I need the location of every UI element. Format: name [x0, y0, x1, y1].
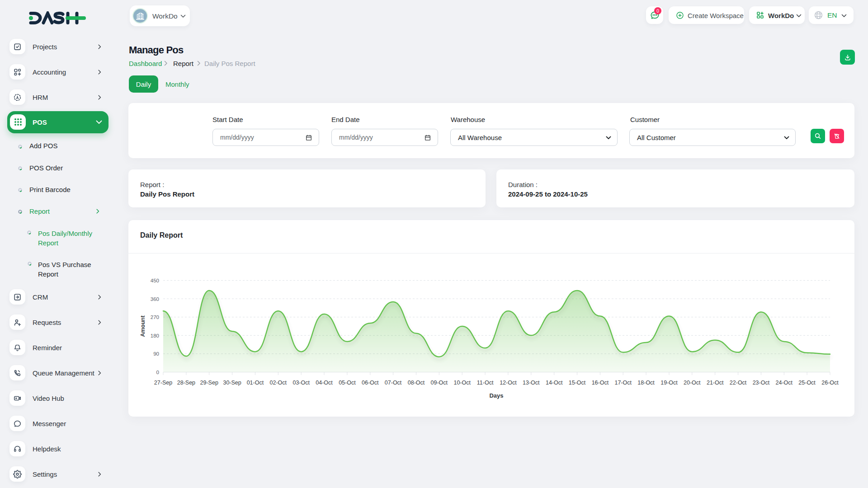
svg-text:27-Sep: 27-Sep: [154, 380, 172, 386]
svg-text:22-Oct: 22-Oct: [730, 380, 747, 386]
svg-text:05-Oct: 05-Oct: [339, 380, 356, 386]
svg-text:04-Oct: 04-Oct: [316, 380, 333, 386]
svg-text:02-Oct: 02-Oct: [270, 380, 287, 386]
svg-text:30-Sep: 30-Sep: [223, 380, 241, 386]
svg-text:08-Oct: 08-Oct: [408, 380, 425, 386]
svg-text:270: 270: [151, 314, 159, 320]
svg-text:18-Oct: 18-Oct: [637, 380, 655, 386]
svg-text:13-Oct: 13-Oct: [523, 380, 540, 386]
svg-text:24-Oct: 24-Oct: [776, 380, 793, 386]
svg-text:14-Oct: 14-Oct: [546, 380, 563, 386]
svg-text:12-Oct: 12-Oct: [500, 380, 517, 386]
svg-text:19-Oct: 19-Oct: [660, 380, 678, 386]
svg-text:23-Oct: 23-Oct: [753, 380, 770, 386]
svg-text:29-Sep: 29-Sep: [200, 380, 218, 386]
svg-text:07-Oct: 07-Oct: [385, 380, 402, 386]
svg-text:16-Oct: 16-Oct: [592, 380, 609, 386]
svg-text:20-Oct: 20-Oct: [684, 380, 701, 386]
svg-text:360: 360: [151, 296, 159, 302]
svg-text:25-Oct: 25-Oct: [798, 380, 816, 386]
svg-text:450: 450: [151, 278, 159, 283]
svg-text:15-Oct: 15-Oct: [569, 380, 586, 386]
svg-text:180: 180: [151, 333, 159, 338]
svg-text:03-Oct: 03-Oct: [292, 380, 310, 386]
svg-text:90: 90: [153, 351, 159, 357]
svg-text:Amount: Amount: [140, 315, 146, 337]
svg-text:0: 0: [156, 370, 159, 375]
svg-text:21-Oct: 21-Oct: [707, 380, 724, 386]
svg-text:06-Oct: 06-Oct: [362, 380, 379, 386]
svg-text:11-Oct: 11-Oct: [477, 380, 494, 386]
svg-text:17-Oct: 17-Oct: [614, 380, 632, 386]
svg-text:28-Sep: 28-Sep: [177, 380, 195, 386]
svg-text:10-Oct: 10-Oct: [453, 380, 471, 386]
svg-text:Days: Days: [489, 392, 503, 399]
svg-text:26-Oct: 26-Oct: [821, 380, 839, 386]
svg-text:01-Oct: 01-Oct: [247, 380, 264, 386]
svg-text:09-Oct: 09-Oct: [431, 380, 448, 386]
